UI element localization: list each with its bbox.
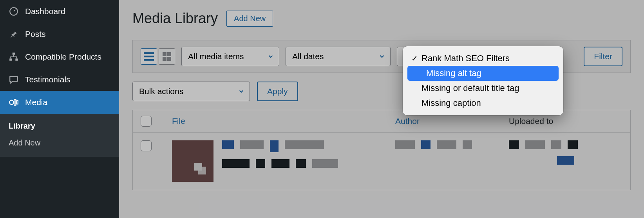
dropdown-option-label: Missing alt tag: [426, 68, 481, 78]
svg-rect-2: [9, 58, 12, 60]
view-list-button[interactable]: [141, 48, 157, 65]
sidebar-item-media[interactable]: Media: [0, 91, 119, 114]
sidebar-item-dashboard[interactable]: Dashboard: [0, 0, 119, 23]
chat-icon: [9, 74, 19, 85]
check-icon: ✓: [409, 54, 420, 63]
svg-rect-15: [198, 167, 206, 174]
column-uploaded-to: Uploaded to: [509, 116, 622, 126]
column-author[interactable]: Author: [395, 116, 509, 126]
select-value: All dates: [292, 52, 324, 61]
dropdown-option-missing-caption[interactable]: Missing caption: [403, 96, 563, 111]
main-content: Media Library Add New All media items Al…: [119, 0, 644, 218]
date-select[interactable]: All dates: [286, 47, 391, 66]
dashboard-icon: [9, 6, 19, 16]
sidebar-item-label: Media: [25, 98, 47, 107]
grid-view-icon: [162, 52, 172, 61]
sidebar-item-testimonials[interactable]: Testimonials: [0, 68, 119, 91]
svg-rect-11: [167, 52, 171, 56]
sitemap-icon: [9, 52, 19, 62]
sidebar-item-posts[interactable]: Posts: [0, 23, 119, 45]
select-value: Bulk actions: [139, 87, 183, 96]
apply-button[interactable]: Apply: [257, 82, 298, 101]
sidebar-item-label: Compatible Products: [25, 52, 101, 62]
chevron-down-icon: [267, 53, 274, 60]
svg-rect-1: [13, 53, 15, 54]
column-file[interactable]: File: [172, 116, 395, 126]
sidebar-item-compatible-products[interactable]: Compatible Products: [0, 45, 119, 68]
seo-filter-dropdown: ✓ Rank Math SEO Filters Missing alt tag …: [403, 46, 563, 115]
dropdown-option-missing-or-default-title-tag[interactable]: Missing or default title tag: [403, 81, 563, 96]
sidebar-item-label: Testimonials: [25, 75, 71, 84]
dropdown-option-rank-math-seo-filters[interactable]: ✓ Rank Math SEO Filters: [403, 51, 563, 66]
file-meta: [222, 140, 395, 182]
sidebar-item-label: Dashboard: [25, 7, 65, 16]
sidebar-item-label: Posts: [25, 29, 46, 39]
sidebar-submenu: Library Add New: [0, 114, 119, 157]
table-row: [133, 133, 630, 190]
dropdown-option-label: Rank Math SEO Filters: [421, 53, 510, 64]
sidebar-sub-add-new[interactable]: Add New: [0, 134, 119, 151]
svg-rect-8: [144, 56, 154, 57]
select-all-checkbox[interactable]: [141, 116, 152, 127]
attachment-thumbnail[interactable]: [172, 140, 213, 182]
file-cell: [172, 140, 395, 182]
svg-rect-6: [17, 101, 18, 104]
svg-rect-7: [144, 52, 154, 54]
select-value: All media items: [188, 52, 244, 61]
svg-rect-12: [163, 57, 166, 61]
sidebar-sub-library[interactable]: Library: [0, 118, 119, 134]
media-table: File Author Uploaded to: [132, 110, 631, 190]
add-new-button[interactable]: Add New: [226, 11, 273, 27]
row-checkbox[interactable]: [141, 140, 152, 151]
filter-button[interactable]: Filter: [584, 47, 622, 66]
list-view-icon: [144, 52, 154, 61]
svg-rect-3: [15, 58, 18, 60]
media-type-select[interactable]: All media items: [181, 47, 279, 66]
dropdown-option-missing-alt-tag[interactable]: Missing alt tag: [407, 66, 559, 81]
uploaded-to-cell: [509, 140, 622, 165]
chevron-down-icon: [238, 88, 245, 95]
media-icon: [9, 97, 19, 107]
bulk-action-select[interactable]: Bulk actions: [132, 82, 250, 101]
chevron-down-icon: [378, 53, 385, 60]
dropdown-option-label: Missing caption: [421, 98, 481, 108]
svg-rect-10: [163, 52, 166, 56]
admin-sidebar: Dashboard Posts Compatible Products Test…: [0, 0, 119, 218]
page-title: Media Library: [132, 10, 218, 27]
pin-icon: [9, 29, 19, 39]
view-toggle: [141, 48, 175, 65]
svg-rect-13: [167, 57, 171, 61]
svg-point-4: [9, 100, 14, 105]
page-header: Media Library Add New: [132, 10, 631, 27]
dropdown-option-label: Missing or default title tag: [421, 83, 519, 93]
svg-rect-5: [14, 100, 16, 105]
author-cell: [395, 140, 509, 149]
svg-rect-9: [144, 59, 154, 61]
view-grid-button[interactable]: [159, 48, 175, 65]
